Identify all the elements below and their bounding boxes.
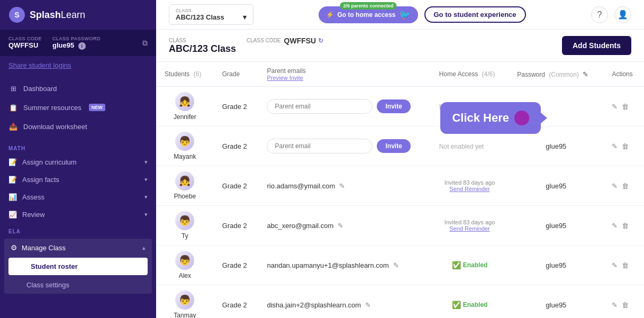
class-selector[interactable]: CLASS ABC/123 Class ▾ <box>169 4 253 25</box>
table-row: 👦TanmayGrade 2disha.jain+2@splashlearn.c… <box>156 285 644 319</box>
parent-email-input[interactable] <box>267 139 373 153</box>
invite-button[interactable]: Invite <box>377 99 410 113</box>
go-to-home-access-button[interactable]: 2/6 parents connected ⚡ Go to home acces… <box>319 6 418 23</box>
th-grade: Grade <box>214 62 259 87</box>
student-cell: 👦Mayank <box>156 126 214 166</box>
sidebar-item-summer-resources[interactable]: 📋 Summer resources NEW <box>0 98 156 117</box>
edit-email-icon[interactable]: ✎ <box>338 222 343 230</box>
parent-email-cell: Invite <box>258 87 430 126</box>
copy-icon[interactable]: ⧉ <box>142 39 148 48</box>
edit-student-icon[interactable]: ✎ <box>612 301 618 309</box>
top-icons: ? 👤 <box>591 6 631 23</box>
refresh-icon[interactable]: ↻ <box>318 37 323 44</box>
edit-student-icon[interactable]: ✎ <box>612 103 618 111</box>
logo-splash: Splash <box>30 10 61 20</box>
add-students-button[interactable]: Add Students <box>562 36 631 55</box>
grade-cell: Grade 2 <box>214 206 259 246</box>
parent-email-input[interactable] <box>267 99 373 114</box>
home-access-cell: Invited 83 days agoSend Reminder <box>431 166 509 206</box>
th-students: Students (6) <box>156 62 214 87</box>
delete-student-icon[interactable]: 🗑 <box>622 142 629 150</box>
grade-cell: Grade 2 <box>214 166 259 206</box>
class-credentials: CLASS CODE QWFFSU CLASS PASSWORD glue95 … <box>0 30 156 56</box>
parent-email-cell: Invite <box>258 126 430 166</box>
check-circle-icon: ✅ <box>452 301 461 309</box>
edit-email-icon[interactable]: ✎ <box>393 261 399 269</box>
download-icon: 📥 <box>8 122 18 131</box>
sidebar-item-assess[interactable]: 📊 Assess ▾ <box>0 188 156 206</box>
edit-password-header-icon[interactable]: ✎ <box>583 70 588 78</box>
logo-text: SplashLearn <box>30 10 85 21</box>
splashlearn-logo-icon: S <box>8 6 25 23</box>
dashboard-icon: ⊞ <box>8 84 18 93</box>
edit-student-icon[interactable]: ✎ <box>612 222 618 230</box>
edit-student-icon[interactable]: ✎ <box>612 142 618 150</box>
sidebar-item-review[interactable]: 📈 Review ▾ <box>0 206 156 223</box>
student-avatar: 👦 <box>175 211 194 230</box>
assign-facts-icon: 📝 <box>8 176 17 184</box>
top-bar: CLASS ABC/123 Class ▾ 2/6 parents connec… <box>156 0 644 30</box>
assign-curriculum-icon: 📝 <box>8 158 17 166</box>
home-access-enabled: ✅Enabled <box>439 301 500 309</box>
delete-student-icon[interactable]: 🗑 <box>622 261 629 269</box>
chevron-down-icon: ▾ <box>144 176 148 183</box>
send-reminder-link[interactable]: Send Reminder <box>439 186 500 192</box>
page-class-name: ABC/123 Class <box>169 43 236 54</box>
chevron-down-icon: ▾ <box>144 159 148 166</box>
help-button[interactable]: ? <box>591 6 608 23</box>
manage-class-header[interactable]: ⚙ Manage Class ▴ <box>4 239 152 257</box>
th-parent-emails: Parent emails Preview Invite <box>258 62 430 87</box>
ela-section-label: ELA <box>0 223 156 237</box>
table-row: 👧PhoebeGrade 2rio.adams@ymail.com✎Invite… <box>156 166 644 206</box>
delete-student-icon[interactable]: 🗑 <box>622 301 629 309</box>
sidebar-item-dashboard[interactable]: ⊞ Dashboard <box>0 79 156 98</box>
sidebar-item-label: Dashboard <box>23 85 57 93</box>
table-row: 👦TyGrade 2abc_xero@gmail.com✎Invited 83 … <box>156 206 644 246</box>
sidebar-item-download-worksheet[interactable]: 📥 Download worksheet <box>0 117 156 136</box>
grade-cell: Grade 2 <box>214 285 259 319</box>
password-cell: glue95 <box>509 285 603 319</box>
new-badge: NEW <box>89 104 105 111</box>
edit-email-icon[interactable]: ✎ <box>365 301 371 309</box>
sidebar-item-label: Summer resources <box>23 104 81 112</box>
delete-student-icon[interactable]: 🗑 <box>622 182 629 190</box>
class-selector-value: ABC/123 Class ▾ <box>176 13 247 21</box>
password-cell: glue95 <box>509 246 603 285</box>
class-password-value: glue95 i <box>52 41 101 50</box>
edit-student-icon[interactable]: ✎ <box>612 261 618 269</box>
send-reminder-link[interactable]: Send Reminder <box>439 225 500 232</box>
sidebar-item-student-roster[interactable]: Student roster <box>8 258 148 275</box>
th-password: Password (Common) ✎ <box>509 62 603 87</box>
invite-button[interactable]: Invite <box>377 139 410 153</box>
class-code-value: QWFFSU <box>8 41 42 49</box>
user-account-button[interactable]: 👤 <box>614 6 631 23</box>
share-student-logins[interactable]: Share student logins <box>0 56 156 75</box>
sidebar-item-assign-curriculum[interactable]: 📝 Assign curriculum ▾ <box>0 153 156 171</box>
student-cell: 👧Phoebe <box>156 166 214 206</box>
delete-student-icon[interactable]: 🗑 <box>622 222 629 230</box>
email-value: disha.jain+2@splashlearn.com <box>267 301 361 309</box>
app-wrapper: S SplashLearn CLASS CODE QWFFSU CLASS PA… <box>0 0 644 318</box>
students-table: Students (6) Grade Parent emails Preview… <box>156 62 644 318</box>
table-row: 👦MayankGrade 2InviteNot enabled yetglue9… <box>156 126 644 166</box>
delete-student-icon[interactable]: 🗑 <box>622 103 629 111</box>
table-row: 👦AlexGrade 2nandan.upamanyu+1@splashlear… <box>156 246 644 285</box>
sidebar-item-class-settings[interactable]: Class settings <box>4 276 152 294</box>
th-home-access: Home Access (4/6) <box>431 62 509 87</box>
student-name: Jennifer <box>174 113 196 121</box>
grade-cell: Grade 2 <box>214 126 259 166</box>
edit-email-icon[interactable]: ✎ <box>339 182 345 190</box>
home-access-cell: Not enabled yet <box>431 126 509 166</box>
edit-student-icon[interactable]: ✎ <box>612 182 618 190</box>
password-cell <box>509 87 603 126</box>
student-name: Phoebe <box>174 193 196 200</box>
actions-cell: ✎🗑 <box>603 126 644 166</box>
page-header: CLASS ABC/123 Class CLASS CODE QWFFSU ↻ … <box>156 30 644 62</box>
sidebar-item-assign-facts[interactable]: 📝 Assign facts ▾ <box>0 171 156 188</box>
chevron-down-icon: ▾ <box>144 211 148 218</box>
table-header-row: Students (6) Grade Parent emails Preview… <box>156 62 644 87</box>
preview-invite-link[interactable]: Preview Invite <box>267 75 422 81</box>
go-to-student-experience-button[interactable]: Go to student experience <box>424 6 526 23</box>
parent-email-cell: nandan.upamanyu+1@splashlearn.com✎ <box>258 246 430 285</box>
password-cell: glue95 <box>509 126 603 166</box>
